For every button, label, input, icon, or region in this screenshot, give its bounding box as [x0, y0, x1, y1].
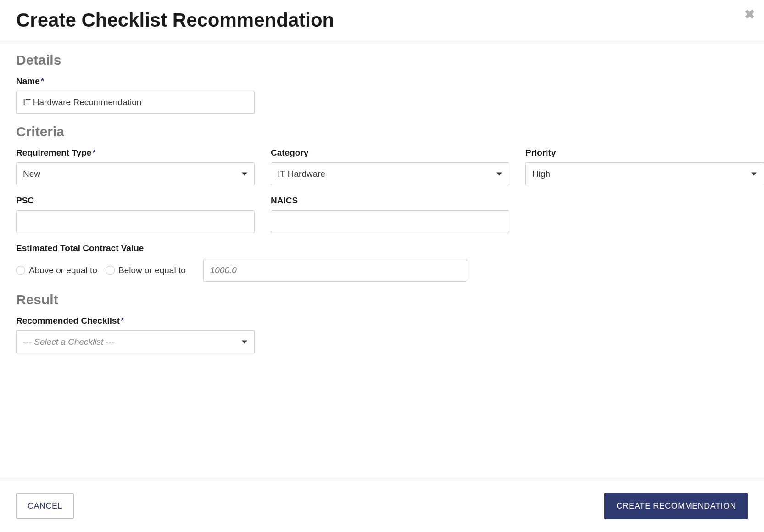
criteria-row-1: Requirement Type* Category Priority [16, 148, 748, 185]
close-icon[interactable]: ✖ [744, 8, 755, 21]
category-select[interactable] [271, 162, 509, 185]
required-mark: * [41, 76, 44, 86]
requirement-type-select-wrapper [16, 162, 255, 185]
section-criteria-heading: Criteria [16, 124, 748, 140]
estimated-total-field-group: Estimated Total Contract Value Above or … [16, 243, 748, 282]
modal-footer: CANCEL CREATE RECOMMENDATION [0, 480, 764, 532]
naics-input[interactable] [271, 210, 509, 233]
section-result-heading: Result [16, 292, 748, 308]
radio-icon [16, 266, 25, 275]
modal-header: Create Checklist Recommendation ✖ [0, 0, 764, 43]
naics-label: NAICS [271, 196, 509, 206]
estimated-total-radio-row: Above or equal to Below or equal to [16, 259, 748, 282]
section-details-heading: Details [16, 52, 748, 68]
recommended-checklist-select-wrapper [16, 330, 255, 353]
psc-label: PSC [16, 196, 255, 206]
create-recommendation-modal: Create Checklist Recommendation ✖ Detail… [0, 0, 764, 532]
recommended-checklist-label: Recommended Checklist* [16, 316, 748, 326]
radio-icon [106, 266, 115, 275]
name-label: Name* [16, 76, 748, 86]
required-mark: * [121, 316, 124, 325]
estimated-total-input[interactable] [203, 259, 467, 282]
modal-body: Details Name* Criteria Requirement Type*… [0, 43, 764, 480]
requirement-type-label: Requirement Type* [16, 148, 255, 158]
create-recommendation-button[interactable]: CREATE RECOMMENDATION [604, 493, 748, 519]
name-input[interactable] [16, 91, 255, 114]
psc-field: PSC [16, 196, 255, 233]
below-radio-label: Below or equal to [118, 265, 186, 275]
priority-select[interactable] [525, 162, 764, 185]
name-field-group: Name* [16, 76, 748, 114]
cancel-button[interactable]: CANCEL [16, 493, 74, 519]
criteria-row-2: PSC NAICS [16, 196, 748, 233]
above-radio-option[interactable]: Above or equal to [16, 265, 97, 275]
required-mark: * [92, 148, 95, 157]
category-label: Category [271, 148, 509, 158]
recommended-checklist-field-group: Recommended Checklist* [16, 316, 748, 353]
category-field: Category [271, 148, 509, 185]
priority-field: Priority [525, 148, 764, 185]
modal-title: Create Checklist Recommendation [16, 9, 748, 31]
below-radio-option[interactable]: Below or equal to [106, 265, 186, 275]
estimated-total-label: Estimated Total Contract Value [16, 243, 748, 253]
priority-select-wrapper [525, 162, 764, 185]
above-radio-label: Above or equal to [29, 265, 97, 275]
naics-field: NAICS [271, 196, 509, 233]
priority-label: Priority [525, 148, 764, 158]
requirement-type-select[interactable] [16, 162, 255, 185]
psc-input[interactable] [16, 210, 255, 233]
requirement-type-field: Requirement Type* [16, 148, 255, 185]
recommended-checklist-select[interactable] [16, 330, 255, 353]
category-select-wrapper [271, 162, 509, 185]
